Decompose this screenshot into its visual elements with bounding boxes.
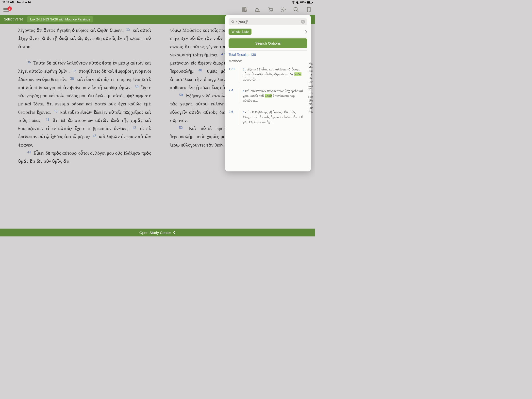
library-icon[interactable] bbox=[242, 7, 248, 13]
svg-point-4 bbox=[294, 7, 297, 11]
status-bar: 11:19 AM Tue Jun 14 67% bbox=[0, 0, 315, 4]
verse-text: λέγοντας ὅτι ὄντως ἠγέρθη ὁ κύριος καὶ ὤ… bbox=[18, 28, 124, 33]
verse-text: Εἶπεν δὲ πρὸς αὐτούς· οὗτοι οἱ λόγοι μου… bbox=[18, 150, 151, 164]
highlight-icon[interactable] bbox=[255, 7, 261, 13]
svg-rect-2 bbox=[312, 2, 313, 3]
search-panel: Whole Bible Search Options Total Results… bbox=[225, 15, 311, 171]
text-column-1[interactable]: λέγοντας ὅτι ὄντως ἠγέρθη ὁ κύριος καὶ ὤ… bbox=[0, 26, 165, 226]
verse-number[interactable]: 37 bbox=[71, 68, 78, 72]
svg-rect-1 bbox=[307, 1, 310, 3]
book-index-item[interactable]: Act bbox=[307, 77, 314, 80]
battery-icon bbox=[307, 1, 313, 4]
book-index-item[interactable]: Luk bbox=[307, 69, 314, 72]
search-input[interactable] bbox=[236, 20, 301, 24]
bookmark-icon[interactable] bbox=[306, 7, 312, 13]
chevron-left-icon bbox=[173, 231, 176, 234]
search-options-button[interactable]: Search Options bbox=[229, 38, 307, 48]
notification-badge: 1 bbox=[7, 6, 12, 11]
result-divider bbox=[240, 67, 240, 82]
result-reference: 2:4 bbox=[229, 88, 237, 103]
total-results: Total Results: 138 bbox=[225, 51, 311, 58]
cart-icon[interactable] bbox=[267, 7, 273, 13]
wifi-icon bbox=[292, 1, 295, 4]
book-index-item[interactable]: 1Pe bbox=[307, 99, 314, 102]
book-index-item[interactable]: Jud bbox=[307, 106, 314, 109]
result-reference: 1:21 bbox=[229, 67, 237, 82]
search-results-list[interactable]: 1:2121 τέξεται δὲ υἱόν, καὶ καλέσεις τὸ … bbox=[225, 65, 311, 164]
verse-number[interactable]: 50 bbox=[178, 93, 184, 97]
search-scope[interactable]: Whole Bible bbox=[229, 29, 251, 35]
battery-pct: 67% bbox=[300, 1, 306, 4]
svg-point-3 bbox=[283, 9, 284, 10]
select-verse-button[interactable]: Select Verse bbox=[4, 17, 23, 21]
verse-number[interactable]: 40 bbox=[52, 109, 59, 113]
result-snippet: 6 καὶ σὺ Βηθλέεμ, γῆ Ἰούδα, οὐδαμῶς ἐλαχ… bbox=[243, 110, 303, 125]
svg-point-5 bbox=[232, 20, 234, 22]
current-reference[interactable]: Luk 24:33-53 NA28 with Mounce Parsings bbox=[27, 16, 93, 22]
verse-number[interactable]: 36 bbox=[26, 60, 32, 64]
book-index-item[interactable]: Jn bbox=[307, 73, 314, 76]
chevron-right-icon[interactable] bbox=[305, 30, 307, 34]
verse-number[interactable]: 39 bbox=[133, 85, 140, 89]
verse-number[interactable]: 44 bbox=[26, 150, 32, 154]
book-index-item[interactable]: Mat bbox=[307, 62, 314, 65]
app-toolbar: 1 bbox=[0, 4, 315, 15]
result-book-header: Matthew bbox=[225, 58, 311, 65]
book-index-item[interactable]: Mar bbox=[307, 66, 314, 69]
status-time: 11:19 AM bbox=[2, 1, 14, 4]
book-index-item[interactable]: 1Co bbox=[307, 84, 314, 87]
verse-number[interactable]: 52 bbox=[178, 126, 184, 130]
moon-icon bbox=[296, 1, 299, 4]
book-index-scrollbar[interactable]: MatMarLukJnActRom1Co2CoTitHeb1Pe2PeJudRe… bbox=[307, 62, 314, 113]
book-index-item[interactable]: Heb bbox=[307, 95, 314, 98]
search-result-item[interactable]: 2:44 καὶ συναγαγὼν πάντας τοὺς ἀρχιερεῖς… bbox=[225, 86, 311, 108]
book-index-item[interactable]: Tit bbox=[307, 92, 314, 95]
verse-number[interactable]: 42 bbox=[131, 126, 138, 130]
search-highlight: λαοῦ bbox=[265, 94, 272, 98]
verse-number[interactable]: 35 bbox=[125, 27, 132, 31]
result-divider bbox=[240, 88, 240, 103]
result-snippet: 4 καὶ συναγαγὼν πάντας τοὺς ἀρχιερεῖς κα… bbox=[243, 88, 303, 103]
book-index-item[interactable]: Rom bbox=[307, 81, 314, 83]
search-highlight: λαὸν bbox=[294, 72, 301, 76]
menu-button[interactable]: 1 bbox=[3, 8, 9, 12]
search-result-item[interactable]: 2:66 καὶ σὺ Βηθλέεμ, γῆ Ἰούδα, οὐδαμῶς ἐ… bbox=[225, 108, 311, 129]
book-index-item[interactable]: 2Co bbox=[307, 88, 314, 91]
verse-number[interactable]: 41 bbox=[44, 117, 51, 121]
book-index-item[interactable]: 2Pe bbox=[307, 103, 314, 106]
study-center-button[interactable]: Open Study Center bbox=[0, 229, 315, 236]
study-center-label: Open Study Center bbox=[139, 231, 171, 235]
search-result-item[interactable]: 1:2121 τέξεται δὲ υἱόν, καὶ καλέσεις τὸ … bbox=[225, 65, 311, 86]
result-reference: 2:6 bbox=[229, 110, 237, 125]
result-divider bbox=[240, 110, 240, 125]
verse-number[interactable]: 43 bbox=[91, 134, 98, 138]
search-input-container[interactable] bbox=[229, 18, 307, 25]
result-snippet: 21 τέξεται δὲ υἱόν, καὶ καλέσεις τὸ ὄνομ… bbox=[243, 67, 303, 82]
book-index-item[interactable]: Rev bbox=[307, 110, 314, 113]
close-icon bbox=[302, 21, 304, 23]
search-icon[interactable] bbox=[293, 7, 299, 13]
status-date: Tue Jun 14 bbox=[17, 1, 31, 4]
clear-search-button[interactable] bbox=[301, 20, 305, 24]
search-icon bbox=[231, 20, 235, 24]
gear-icon[interactable] bbox=[280, 7, 286, 13]
verse-number[interactable]: 38 bbox=[69, 77, 75, 81]
verse-number[interactable]: 48 bbox=[197, 68, 203, 72]
